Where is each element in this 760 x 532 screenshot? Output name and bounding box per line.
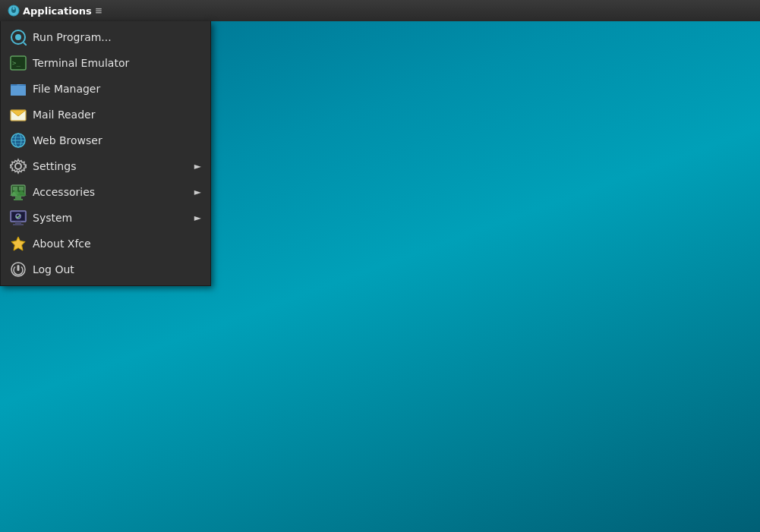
desktop: Applications ≡ Run Program... >_ xyxy=(0,0,760,532)
applications-button[interactable]: Applications ≡ xyxy=(3,3,107,18)
terminal-emulator-label: Terminal Emulator xyxy=(33,57,201,69)
svg-point-6 xyxy=(15,34,21,40)
system-submenu-arrow: ► xyxy=(194,212,201,223)
file-manager-label: File Manager xyxy=(33,83,201,95)
svg-point-20 xyxy=(15,163,21,169)
settings-label: Settings xyxy=(33,160,188,172)
web-browser-label: Web Browser xyxy=(33,134,201,146)
accessories-icon xyxy=(10,184,27,200)
menu-item-mail-reader[interactable]: Mail Reader xyxy=(1,102,210,127)
about-xfce-label: About Xfce xyxy=(33,238,201,250)
accessories-submenu-arrow: ► xyxy=(194,187,201,197)
file-manager-icon xyxy=(10,80,27,97)
svg-text:>_: >_ xyxy=(12,59,20,67)
menu-item-about-xfce[interactable]: About Xfce xyxy=(1,231,210,257)
settings-icon xyxy=(10,158,27,175)
menu-item-settings[interactable]: Settings ► xyxy=(1,153,210,179)
svg-rect-32 xyxy=(15,222,21,224)
svg-rect-11 xyxy=(11,86,26,96)
accessories-label: Accessories xyxy=(33,186,188,198)
menu-item-web-browser[interactable]: Web Browser xyxy=(1,127,210,153)
mail-reader-label: Mail Reader xyxy=(33,109,201,121)
svg-rect-26 xyxy=(14,199,23,200)
settings-submenu-arrow: ► xyxy=(194,161,201,172)
xfce-logo-icon xyxy=(8,5,20,17)
svg-rect-37 xyxy=(17,265,20,271)
run-program-label: Run Program... xyxy=(33,31,201,43)
svg-point-2 xyxy=(13,7,15,10)
menu-item-log-out[interactable]: Log Out xyxy=(1,257,210,282)
menu-item-file-manager[interactable]: File Manager xyxy=(1,76,210,102)
svg-rect-25 xyxy=(15,196,21,199)
run-program-icon xyxy=(10,29,27,46)
system-label: System xyxy=(33,212,188,224)
svg-rect-33 xyxy=(13,224,24,225)
taskbar: Applications ≡ xyxy=(0,0,760,21)
log-out-label: Log Out xyxy=(33,263,201,275)
log-out-icon xyxy=(10,261,27,278)
system-icon xyxy=(10,209,27,226)
menu-item-accessories[interactable]: Accessories ► xyxy=(1,179,210,205)
menu-icon: ≡ xyxy=(95,5,102,16)
web-browser-icon xyxy=(10,132,27,149)
applications-label: Applications xyxy=(23,5,92,17)
menu-item-terminal-emulator[interactable]: >_ Terminal Emulator xyxy=(1,50,210,76)
menu-item-run-program[interactable]: Run Program... xyxy=(1,24,210,50)
applications-menu: Run Program... >_ Terminal Emulator Fi xyxy=(0,21,211,286)
svg-line-7 xyxy=(24,42,27,46)
about-xfce-icon xyxy=(10,235,27,252)
terminal-icon: >_ xyxy=(10,55,27,71)
menu-item-system[interactable]: System ► xyxy=(1,205,210,231)
mail-reader-icon xyxy=(10,106,27,123)
svg-marker-35 xyxy=(11,237,25,250)
